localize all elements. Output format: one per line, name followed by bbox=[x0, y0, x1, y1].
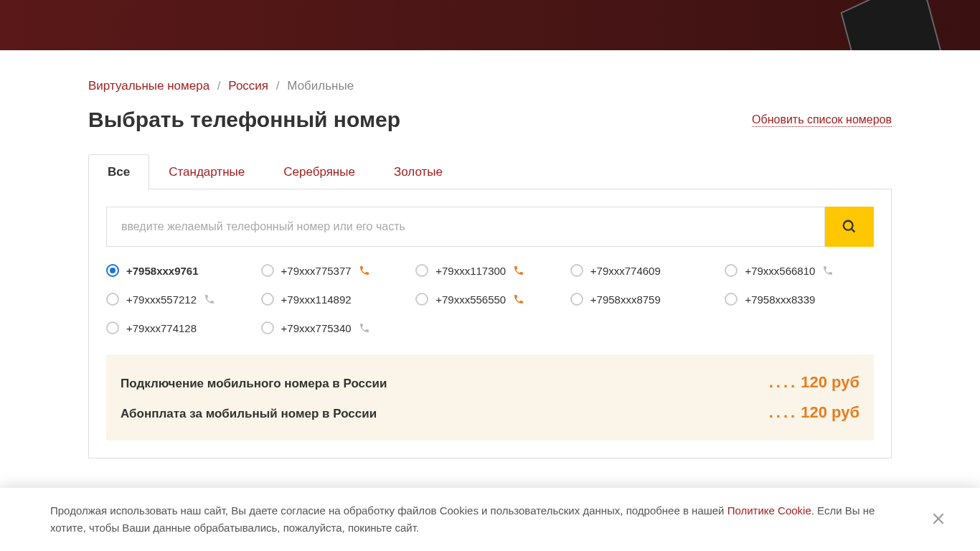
radio-icon bbox=[261, 264, 274, 277]
hero-banner bbox=[0, 0, 980, 50]
radio-icon bbox=[261, 293, 274, 306]
radio-icon bbox=[725, 264, 738, 277]
search-input[interactable] bbox=[106, 207, 825, 247]
search-button[interactable] bbox=[825, 207, 874, 247]
number-label: +79xxx774609 bbox=[590, 265, 661, 277]
number-label: +79xxx117300 bbox=[435, 265, 506, 277]
pricing-label: Подключение мобильного номера в России bbox=[121, 377, 387, 391]
phone-icon bbox=[822, 265, 834, 276]
svg-point-0 bbox=[844, 221, 853, 230]
number-label: +79xxx556550 bbox=[435, 293, 506, 306]
numbers-grid: +7958xxx9761+79xxx775377+79xxx117300+79x… bbox=[106, 264, 874, 334]
tab-2[interactable]: Серебряные bbox=[264, 154, 374, 189]
breadcrumb-link-russia[interactable]: Россия bbox=[228, 79, 268, 93]
pricing-value: ....120 руб bbox=[769, 403, 859, 422]
pricing-value: ....120 руб bbox=[769, 373, 859, 392]
radio-icon bbox=[415, 264, 428, 277]
number-label: +79xxx775340 bbox=[281, 322, 352, 334]
breadcrumb-sep: / bbox=[276, 79, 280, 93]
number-label: +7958xxx8759 bbox=[590, 293, 661, 306]
radio-icon bbox=[261, 321, 274, 334]
number-label: +79xxx566810 bbox=[745, 265, 815, 277]
breadcrumb: Виртуальные номера / Россия / Мобильные bbox=[88, 50, 892, 108]
number-option[interactable]: +79xxx775340 bbox=[261, 321, 410, 334]
pricing-box: Подключение мобильного номера в России..… bbox=[106, 354, 874, 441]
number-option[interactable]: +79xxx117300 bbox=[415, 264, 565, 277]
number-label: +7958xxx8339 bbox=[745, 293, 815, 306]
breadcrumb-current: Мобильные bbox=[287, 79, 354, 93]
number-label: +79xxx774128 bbox=[126, 322, 197, 334]
tab-content: +7958xxx9761+79xxx775377+79xxx117300+79x… bbox=[88, 189, 892, 458]
number-option[interactable]: +79xxx114892 bbox=[261, 293, 410, 306]
radio-icon bbox=[570, 264, 583, 277]
number-option[interactable]: +79xxx566810 bbox=[725, 264, 874, 277]
svg-line-1 bbox=[852, 229, 855, 232]
tab-3[interactable]: Золотые bbox=[374, 154, 462, 189]
search-icon bbox=[842, 219, 857, 235]
pricing-row: Абонплата за мобильный номер в России...… bbox=[121, 397, 859, 428]
phone-icon bbox=[359, 322, 370, 334]
radio-icon bbox=[106, 264, 119, 277]
tabs: ВсеСтандартныеСеребряныеЗолотые bbox=[88, 154, 892, 189]
pricing-row: Подключение мобильного номера в России..… bbox=[121, 367, 859, 397]
number-option[interactable]: +79xxx556550 bbox=[415, 293, 565, 306]
phone-icon bbox=[204, 293, 215, 305]
number-option[interactable]: +79xxx775377 bbox=[261, 264, 410, 277]
number-option[interactable]: +7958xxx8339 bbox=[725, 293, 874, 306]
radio-icon bbox=[570, 293, 583, 306]
number-label: +79xxx114892 bbox=[281, 293, 352, 306]
number-label: +79xxx557212 bbox=[126, 293, 197, 306]
phone-icon bbox=[513, 293, 524, 305]
breadcrumb-sep: / bbox=[217, 79, 221, 93]
tab-0[interactable]: Все bbox=[88, 154, 149, 189]
phone-icon bbox=[513, 265, 524, 276]
refresh-numbers-link[interactable]: Обновить список номеров bbox=[752, 113, 892, 127]
radio-icon bbox=[106, 293, 119, 306]
phone-icon bbox=[359, 265, 370, 276]
number-option[interactable]: +79xxx774128 bbox=[106, 321, 255, 334]
radio-icon bbox=[415, 293, 428, 306]
number-option[interactable]: +79xxx557212 bbox=[106, 293, 255, 306]
number-option[interactable]: +79xxx774609 bbox=[570, 264, 720, 277]
breadcrumb-link-virtual-numbers[interactable]: Виртуальные номера bbox=[88, 79, 209, 93]
number-option[interactable]: +7958xxx8759 bbox=[570, 293, 720, 306]
radio-icon bbox=[725, 293, 738, 306]
radio-icon bbox=[106, 321, 119, 334]
tab-1[interactable]: Стандартные bbox=[149, 154, 264, 189]
number-label: +79xxx775377 bbox=[281, 265, 352, 277]
number-option[interactable]: +7958xxx9761 bbox=[106, 264, 255, 277]
page-title: Выбрать телефонный номер bbox=[88, 108, 400, 132]
number-label: +7958xxx9761 bbox=[126, 265, 199, 277]
pricing-label: Абонплата за мобильный номер в России bbox=[121, 407, 377, 421]
